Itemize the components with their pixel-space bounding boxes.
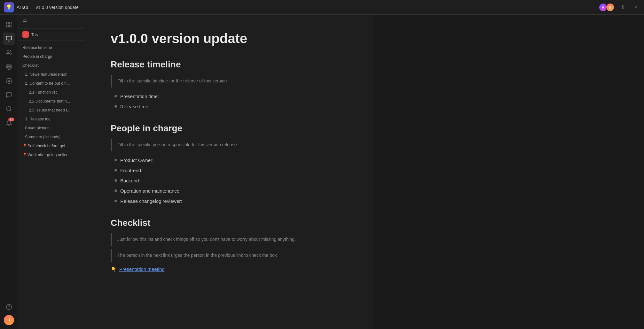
logo-emoji: 💡 [6,4,12,10]
checklist-section: Just follow this list and check things o… [111,233,347,273]
sidebar-item-issues-that-need[interactable]: 2.3 Issues that need t... [18,106,85,115]
svg-line-13 [10,110,11,111]
nav-icon-help[interactable] [3,301,15,313]
nav-icon-explore[interactable] [3,19,15,31]
presentation-meeting-emoji: 👇 [111,266,117,272]
nav-icon-target[interactable] [3,61,15,73]
sidebar-item-release-log[interactable]: 3. Release log [18,115,85,124]
list-item-text: Front-end: [120,167,142,174]
sidebar-item-work-after[interactable]: 📍Work after going online [18,150,85,159]
heading-checklist: Checklist [111,218,347,228]
sidebar-item-checklist[interactable]: Checklist [18,61,85,70]
doc-main-title: v1.0.0 version update [111,31,347,47]
bullet-dot [114,105,117,108]
workspace-label: Tas [31,32,38,37]
bullet-dot [114,169,117,172]
svg-point-10 [8,66,9,67]
list-item: Front-end: [114,165,347,176]
sidebar-workspace[interactable]: 📌 Tas [18,29,85,41]
user-avatar[interactable]: U [4,315,14,325]
blockquote-release-timeline: Fill in the specific timeline for the re… [111,75,347,88]
heading-people-in-charge: People in charge [111,123,347,134]
list-item-text: Product Owner: [120,157,153,164]
avatar-2[interactable]: B [606,3,615,12]
bullet-dot [114,200,117,202]
sidebar-item-cover-picture[interactable]: Cover picture [18,124,85,133]
notification-badge: 61 [8,118,14,121]
list-item: Product Owner: [114,155,347,165]
close-icon[interactable]: × [631,3,640,12]
titlebar: 💡 AITab v1.0.0 version update A B ℹ × [0,0,644,15]
list-item-text: Backend: [120,177,140,185]
bullet-dot [114,179,117,182]
sidebar-item-summary[interactable]: Summary (list body) [18,133,85,142]
list-item: Backend: [114,176,347,186]
svg-point-7 [7,50,9,53]
list-item-text: Operation and maintenance: [120,187,181,195]
svg-rect-1 [9,22,11,24]
sidebar-item-documents-that[interactable]: 2.2 Documents that n... [18,97,85,106]
list-item: Operation and maintenance: [114,186,347,196]
list-item: Release changelog reviewer: [114,196,347,206]
doc-title-bar: v1.0.0 version update [36,5,599,10]
app-name: AITab [17,5,28,10]
svg-rect-4 [6,36,12,40]
nav-icon-monitor[interactable] [3,33,15,45]
list-item-text: Presentation time: [120,93,159,100]
presentation-meeting-link[interactable]: Presentation meeting [119,266,165,272]
sidebar-item-newe-features[interactable]: 1. Newe featuresdemon... [18,70,85,79]
nav-icon-settings[interactable] [3,75,15,87]
blockquote-people-in-charge: Fill in the specific person responsible … [111,139,347,151]
sidebar-header: ☰ [18,15,85,29]
sidebar-nav: Release timeline People in charge Checkl… [18,41,85,329]
right-panel [373,15,644,329]
collapse-icon[interactable]: ☰ [22,19,27,25]
svg-point-9 [7,65,11,68]
nav-icon-notifications[interactable]: 61 [3,117,15,129]
sidebar-item-function-list[interactable]: 2.1 Function list [18,88,85,97]
list-item-text: Release changelog reviewer: [120,197,182,205]
list-item: Release time: [114,102,347,112]
bullet-dot [114,95,117,97]
icon-nav: 61 U [0,15,18,329]
app-logo: 💡 [4,2,14,12]
main-layout: 61 U ☰ 📌 Tas Release timeline People in … [0,15,644,329]
checklist-presentation-meeting[interactable]: 👇 Presentation meeting [111,265,347,273]
checklist-quote-1: Just follow this list and check things o… [111,233,347,246]
workspace-icon: 📌 [22,31,29,38]
svg-point-12 [6,107,11,111]
sidebar-item-content-to-be[interactable]: 2. Content to be put onl... [18,79,85,88]
heading-release-timeline: Release timeline [111,59,347,70]
list-item-text: Release time: [120,103,150,111]
list-release-timeline: Presentation time: Release time: [114,91,347,112]
svg-rect-3 [6,25,8,27]
nav-icon-users[interactable] [3,47,15,59]
list-people-in-charge: Product Owner: Front-end: Backend: Opera… [114,155,347,206]
titlebar-actions: A B ℹ × [599,3,640,12]
sidebar: ☰ 📌 Tas Release timeline People in charg… [18,15,85,329]
sidebar-item-self-check[interactable]: 📍Self-check before goi... [18,142,85,150]
bullet-dot [114,189,117,192]
sidebar-item-people-in-charge[interactable]: People in charge [18,52,85,61]
nav-icon-chat[interactable] [3,89,15,101]
svg-point-11 [8,80,10,82]
svg-rect-2 [9,25,11,27]
bullet-dot [114,159,117,161]
sidebar-item-release-timeline[interactable]: Release timeline [18,43,85,52]
info-icon[interactable]: ℹ [618,3,627,12]
avatar-group: A B [599,3,615,12]
content-area: v1.0.0 version update Release timeline F… [85,15,373,329]
checklist-quote-2: The person in the next link urges the pe… [111,249,347,262]
list-item: Presentation time: [114,91,347,102]
nav-icon-search[interactable] [3,103,15,115]
svg-rect-0 [6,22,8,24]
